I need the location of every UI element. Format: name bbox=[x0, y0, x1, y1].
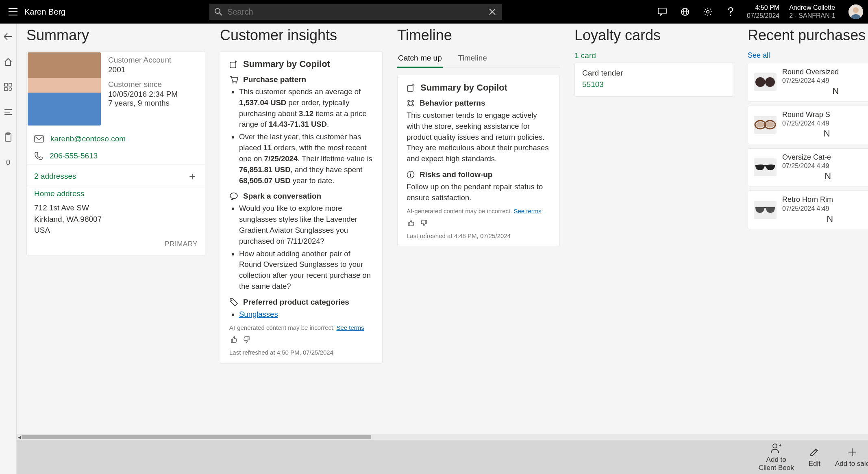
since-label: Customer since bbox=[108, 80, 178, 89]
product-n: N bbox=[782, 128, 830, 140]
svg-rect-53 bbox=[764, 165, 766, 167]
loyalty-column: Loyalty cards 1 card Card tender 55103 bbox=[574, 27, 733, 434]
svg-point-20 bbox=[730, 15, 731, 16]
tab-catch-me-up[interactable]: Catch me up bbox=[397, 51, 443, 68]
home-icon[interactable] bbox=[0, 54, 16, 70]
scroll-thumb[interactable] bbox=[22, 435, 371, 439]
timeline-column: Timeline Catch me up Timeline Summary by… bbox=[397, 27, 560, 434]
time-label: 4:50 PM bbox=[747, 4, 779, 12]
add-address-button[interactable]: ＋ bbox=[187, 169, 198, 183]
datetime-display: 4:50 PM 07/25/2024 bbox=[747, 4, 779, 20]
preferred-categories-head: Preferred product categories bbox=[229, 298, 373, 307]
search-wrap bbox=[209, 4, 502, 20]
loyalty-count[interactable]: 1 card bbox=[574, 51, 733, 60]
apps-icon[interactable] bbox=[0, 79, 16, 95]
purchase-pattern-label: Purchase pattern bbox=[243, 75, 306, 84]
timeline-copilot-label: Summary by Copilot bbox=[420, 82, 507, 93]
product-thumb bbox=[754, 73, 777, 91]
purchase-item[interactable]: Round Wrap S07/25/2024 4:49N bbox=[748, 106, 868, 144]
thumbs-up-button[interactable] bbox=[407, 219, 416, 227]
svg-point-26 bbox=[9, 88, 12, 91]
chat-icon[interactable] bbox=[656, 5, 669, 18]
add-to-client-book-button[interactable]: Add to Client Book bbox=[759, 442, 794, 472]
avatar[interactable] bbox=[848, 4, 863, 19]
thumbs-down-button[interactable] bbox=[420, 219, 429, 227]
edit-button[interactable]: Edit bbox=[809, 446, 820, 468]
add-sale-label: Add to sale bbox=[835, 460, 868, 468]
purchase-text: Oversize Cat-e07/25/2024 4:49N bbox=[782, 153, 831, 182]
phone-row[interactable]: 206-555-5613 bbox=[27, 147, 205, 164]
copilot-icon bbox=[229, 60, 238, 69]
add-to-sale-button[interactable]: Add to sale bbox=[835, 446, 868, 468]
purchase-text: Retro Horn Rim07/25/2024 4:49N bbox=[782, 195, 833, 225]
insights-column: Customer insights Summary by Copilot bbox=[220, 27, 383, 434]
svg-point-40 bbox=[412, 100, 413, 102]
behavior-body: This customer tends to engage actively w… bbox=[407, 110, 550, 164]
see-terms-link[interactable]: See terms bbox=[513, 208, 541, 214]
svg-rect-33 bbox=[230, 62, 236, 68]
loyalty-number: 55103 bbox=[582, 80, 725, 89]
thumbs-down-button[interactable] bbox=[242, 335, 251, 344]
tab-timeline[interactable]: Timeline bbox=[457, 51, 488, 67]
product-date: 07/25/2024 4:49 bbox=[782, 162, 831, 171]
svg-rect-25 bbox=[4, 88, 7, 91]
product-name: Round Oversized bbox=[782, 67, 839, 77]
svg-rect-48 bbox=[764, 81, 766, 83]
addr-line-2: Kirkland, WA 98007 bbox=[34, 214, 198, 225]
svg-point-34 bbox=[232, 82, 233, 83]
search-clear-button[interactable] bbox=[486, 4, 499, 20]
tag-icon bbox=[229, 298, 238, 307]
rail-badge[interactable]: 0 bbox=[0, 154, 16, 171]
gear-icon[interactable] bbox=[701, 5, 714, 18]
svg-rect-7 bbox=[658, 8, 666, 14]
search-input[interactable] bbox=[209, 4, 502, 20]
purchase-pattern-body: This customer spends an average of 1,537… bbox=[229, 87, 373, 186]
svg-point-55 bbox=[773, 444, 777, 448]
copilot-summary-head: Summary by Copilot bbox=[229, 59, 373, 69]
globe-icon[interactable] bbox=[679, 5, 692, 18]
plus-icon bbox=[847, 446, 857, 458]
account-label: Customer Account bbox=[108, 56, 178, 65]
purchase-item[interactable]: Retro Horn Rim07/25/2024 4:49N bbox=[748, 190, 868, 229]
risks-head: Risks and follow-up bbox=[407, 170, 550, 179]
addr-line-1: 712 1st Ave SW bbox=[34, 202, 198, 214]
email-row[interactable]: karenb@contoso.com bbox=[27, 130, 205, 147]
svg-line-16 bbox=[705, 9, 706, 10]
product-thumb bbox=[754, 158, 777, 176]
thumbs-up-button[interactable] bbox=[229, 335, 238, 344]
behavior-label: Behavior patterns bbox=[420, 99, 485, 108]
ai-footer: AI-generated content may be incorrect. S… bbox=[229, 324, 373, 356]
purchase-item[interactable]: Round Oversized07/25/2024 4:49N bbox=[748, 63, 868, 102]
list-icon[interactable] bbox=[0, 104, 16, 120]
see-all-link[interactable]: See all bbox=[748, 51, 770, 60]
phone-value: 206-555-5613 bbox=[50, 152, 98, 160]
horizontal-scrollbar[interactable]: ◀ ▶ bbox=[17, 434, 868, 440]
since-duration: 7 years, 9 months bbox=[108, 99, 178, 108]
risks-label: Risks and follow-up bbox=[420, 170, 492, 179]
add-person-icon bbox=[770, 442, 782, 454]
purchase-item[interactable]: Oversize Cat-e07/25/2024 4:49N bbox=[748, 148, 868, 187]
profile-photo bbox=[28, 52, 101, 126]
summary-heading: Summary bbox=[26, 27, 205, 44]
spark-item-2: How about adding another pair of Round O… bbox=[239, 249, 373, 292]
refreshed-label: Last refreshed at 4:50 PM, 07/25/2024 bbox=[229, 349, 373, 356]
main-content: Summary Customer Account 2001 Customer s… bbox=[17, 24, 868, 474]
svg-point-39 bbox=[408, 100, 409, 102]
help-icon[interactable] bbox=[724, 5, 737, 18]
product-thumb bbox=[754, 201, 777, 219]
loyalty-card[interactable]: Card tender 55103 bbox=[574, 63, 733, 97]
product-date: 07/25/2024 4:49 bbox=[782, 77, 839, 85]
home-address-label[interactable]: Home address bbox=[27, 186, 205, 200]
svg-point-11 bbox=[707, 11, 709, 13]
clipboard-icon[interactable] bbox=[0, 129, 16, 145]
menu-button[interactable] bbox=[5, 4, 21, 20]
spark-item-1: Would you like to explore more sunglasse… bbox=[239, 203, 373, 247]
category-link[interactable]: Sunglasses bbox=[239, 310, 278, 318]
back-button[interactable] bbox=[0, 28, 16, 45]
addresses-count[interactable]: 2 addresses bbox=[34, 172, 76, 181]
top-bar: Karen Berg 4:50 PM 07/25/2024 Andrew Col… bbox=[0, 0, 868, 24]
svg-rect-38 bbox=[407, 86, 413, 91]
summary-column: Summary Customer Account 2001 Customer s… bbox=[26, 27, 205, 434]
see-terms-link[interactable]: See terms bbox=[336, 324, 364, 331]
svg-rect-54 bbox=[764, 207, 766, 208]
